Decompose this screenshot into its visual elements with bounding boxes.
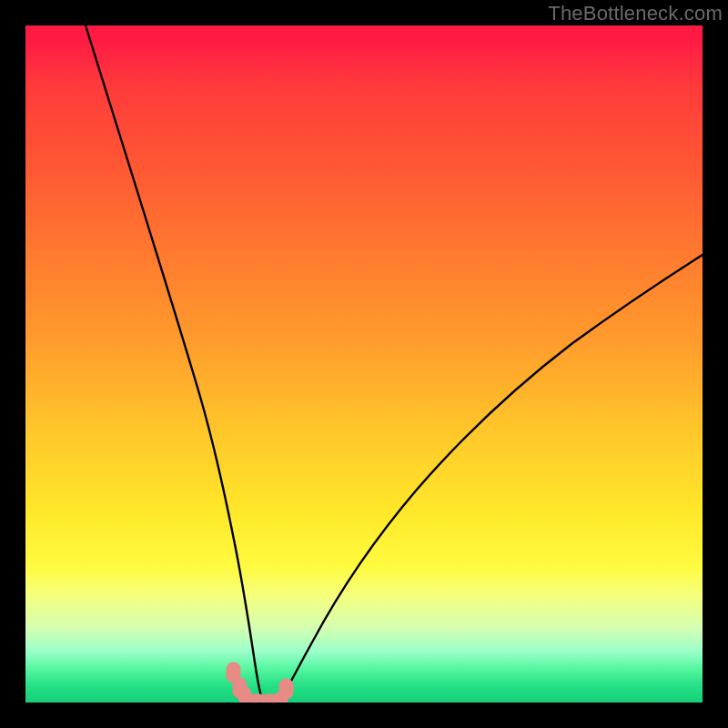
svg-rect-6 [279,679,293,699]
chart-frame: TheBottleneck.com [0,0,728,728]
curve-left-branch [86,25,263,703]
curves-layer [25,25,703,703]
curve-right-branch [279,255,703,703]
watermark-text: TheBottleneck.com [548,2,723,25]
optimal-zone-markers [227,662,293,703]
plot-area [25,25,703,703]
